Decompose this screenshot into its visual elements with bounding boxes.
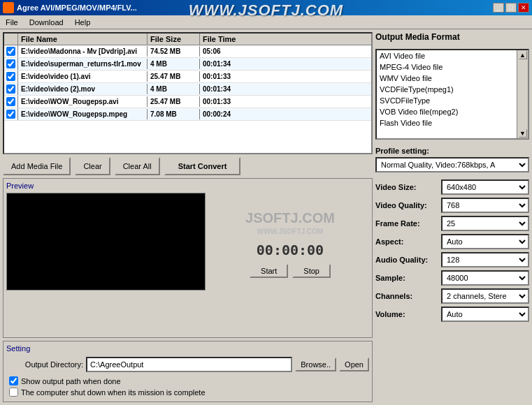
param-row-2: Frame Rate: 25 (375, 216, 529, 231)
header-filename: File Name (18, 34, 148, 45)
table-row: E:\video\video (1).avi 25.47 MB 00:01:33 (4, 71, 371, 83)
scrollbar-down[interactable]: ▼ (519, 129, 527, 138)
param-select-1[interactable]: 768 (441, 198, 529, 213)
param-select-5[interactable]: 48000 (441, 270, 529, 286)
format-item-3[interactable]: VCDFileType(mpeg1) (377, 84, 517, 95)
file-checkbox-0[interactable] (6, 47, 15, 56)
param-label-1: Video Quality: (375, 201, 438, 209)
file-checkbox-3[interactable] (6, 84, 15, 94)
open-button[interactable]: Open (339, 358, 369, 371)
param-row-3: Aspect: Auto (375, 234, 529, 249)
format-item-5[interactable]: VOB Video file(mpeg2) (377, 106, 517, 117)
param-select-2[interactable]: 25 (441, 216, 529, 231)
file-time-3: 00:01:34 (200, 84, 249, 94)
param-row-1: Video Quality: 768 (375, 198, 529, 213)
left-panel: File Name File Size File Time E:\video\M… (3, 32, 373, 402)
playback-controls: Start Stop (250, 264, 331, 278)
watermark-line2: WWW.JSOFTJ.COM (245, 227, 335, 236)
format-item-4[interactable]: SVCDFileType (377, 95, 517, 106)
file-time-0: 05:06 (200, 46, 249, 57)
menu-file[interactable]: File (3, 17, 21, 27)
close-button[interactable]: ✕ (518, 3, 529, 13)
minimize-button[interactable]: _ (493, 3, 504, 13)
window-title: Agree AVI/MPEG/MOV/MP4/FLV... (17, 3, 137, 12)
checkbox-row-2: The computer shut down when its mission … (9, 388, 369, 397)
start-convert-button[interactable]: Start Convert (164, 157, 241, 175)
table-row: E:\video\superman_returns-tlr1.mov 4 MB … (4, 58, 371, 71)
menu-help[interactable]: Help (72, 17, 94, 27)
param-row-5: Sample: 48000 (375, 270, 529, 286)
button-toolbar: Add Media File Clear Clear All Start Con… (3, 157, 373, 175)
file-name-0: E:\video\Madonna - Mv [Dvdrip].avi (18, 46, 148, 57)
clear-all-button[interactable]: Clear All (115, 157, 160, 175)
file-size-5: 7.08 MB (148, 109, 200, 119)
file-name-3: E:\video\video (2).mov (18, 84, 148, 94)
profile-select[interactable]: Normal Quality, Video:768kbps, A (375, 157, 529, 172)
table-row: E:\video\Madonna - Mv [Dvdrip].avi 74.52… (4, 45, 371, 58)
file-name-4: E:\video\WOW_Rougepsp.avi (18, 96, 148, 107)
param-label-6: Channels: (375, 292, 438, 300)
play-start-button[interactable]: Start (250, 264, 288, 278)
param-select-3[interactable]: Auto (441, 234, 529, 249)
file-time-1: 00:01:34 (200, 59, 249, 69)
header-filesize: File Size (148, 34, 200, 45)
right-panel: Output Media Format AVI Video fileMPEG-4… (375, 32, 529, 402)
show-output-checkbox[interactable] (9, 376, 18, 385)
file-list-header: File Name File Size File Time (4, 34, 371, 45)
file-checkbox-1[interactable] (6, 59, 15, 68)
title-bar: Agree AVI/MPEG/MOV/MP4/FLV... WWW.JSOFTJ… (0, 0, 532, 15)
format-list[interactable]: AVI Video fileMPEG-4 Video fileWMV Video… (375, 49, 529, 140)
file-name-5: E:\video\WOW_Rougepsp.mpeg (18, 109, 148, 119)
format-list-wrapper: AVI Video fileMPEG-4 Video fileWMV Video… (375, 49, 529, 140)
setting-group: Setting Output Directory: Browse.. Open … (3, 341, 373, 402)
param-select-7[interactable]: Auto (441, 307, 529, 322)
file-size-3: 4 MB (148, 84, 200, 94)
param-label-2: Frame Rate: (375, 219, 438, 228)
scrollbar-up[interactable]: ▲ (519, 51, 527, 59)
table-row: E:\video\WOW_Rougepsp.avi 25.47 MB 00:01… (4, 96, 371, 108)
output-dir-row: Output Directory: Browse.. Open (6, 357, 369, 372)
shutdown-label: The computer shut down when its mission … (21, 388, 206, 397)
add-media-button[interactable]: Add Media File (3, 157, 71, 175)
param-row-0: Video Size: 640x480 (375, 179, 529, 195)
file-size-1: 4 MB (148, 59, 200, 69)
param-label-7: Volume: (375, 310, 438, 318)
menu-download[interactable]: Download (27, 17, 66, 27)
file-checkbox-2[interactable] (6, 72, 15, 81)
watermark-line1: JSOFTJ.COM (245, 209, 335, 227)
shutdown-checkbox[interactable] (9, 388, 18, 397)
play-stop-button[interactable]: Stop (292, 264, 331, 278)
format-item-1[interactable]: MPEG-4 Video file (377, 61, 517, 73)
param-select-4[interactable]: 128 (441, 252, 529, 267)
header-filetime: File Time (200, 34, 249, 45)
setting-label: Setting (6, 344, 369, 353)
preview-right: JSOFTJ.COM WWW.JSOFTJ.COM 00:00:00 Start… (211, 193, 369, 294)
format-item-0[interactable]: AVI Video file (377, 50, 517, 61)
output-dir-label: Output Directory: (6, 360, 83, 369)
format-item-2[interactable]: WMV Video file (377, 73, 517, 84)
file-checkbox-5[interactable] (6, 110, 15, 119)
clear-button[interactable]: Clear (75, 157, 110, 175)
file-size-2: 25.47 MB (148, 71, 200, 82)
profile-row: Profile setting: Normal Quality, Video:7… (375, 147, 529, 172)
output-dir-input[interactable] (86, 357, 292, 372)
format-item-6[interactable]: Flash Video file (377, 117, 517, 128)
file-name-1: E:\video\superman_returns-tlr1.mov (18, 59, 148, 69)
file-checkbox-4[interactable] (6, 97, 15, 106)
param-label-4: Audio Quality: (375, 256, 438, 264)
param-select-0[interactable]: 640x480 (441, 179, 529, 195)
preview-area: JSOFTJ.COM WWW.JSOFTJ.COM 00:00:00 Start… (6, 193, 369, 294)
app-icon (3, 2, 14, 13)
table-row: E:\video\video (2).mov 4 MB 00:01:34 (4, 83, 371, 96)
file-name-2: E:\video\video (1).avi (18, 71, 148, 82)
file-list-container[interactable]: File Name File Size File Time E:\video\M… (3, 32, 373, 154)
output-format-title: Output Media Format (375, 32, 529, 42)
checkbox-row-1: Show output path when done (9, 376, 369, 385)
param-label-3: Aspect: (375, 237, 438, 246)
maximize-button[interactable]: □ (505, 3, 517, 13)
menu-bar: File Download Help (0, 15, 532, 29)
browse-button[interactable]: Browse.. (295, 358, 336, 371)
param-select-6[interactable]: 2 channels, Stere (441, 288, 529, 304)
header-check (4, 34, 18, 45)
param-row-7: Volume: Auto (375, 307, 529, 322)
